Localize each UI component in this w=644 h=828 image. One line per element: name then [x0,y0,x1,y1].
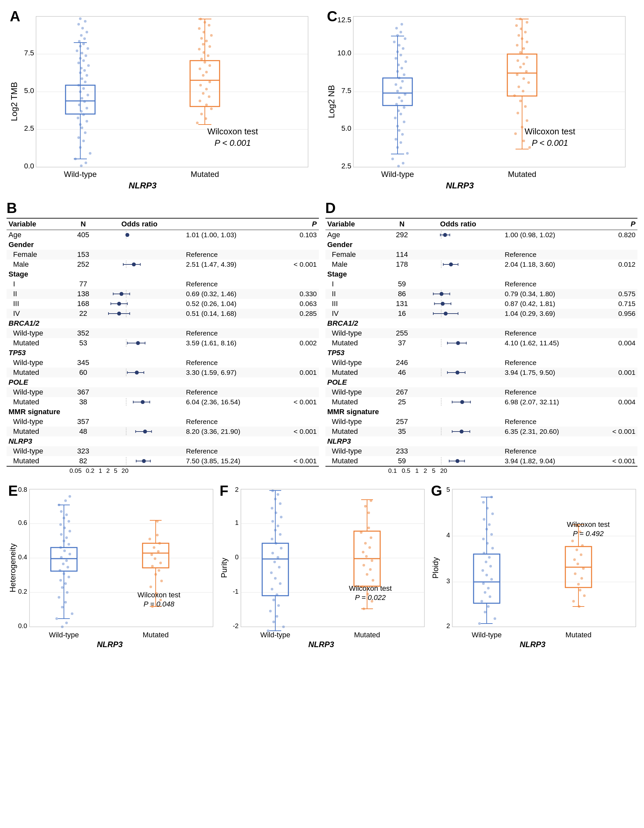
svg-point-161 [526,41,528,43]
svg-point-115 [401,133,404,136]
svg-text:Mutated: Mutated [354,631,380,639]
svg-point-186 [522,140,525,142]
svg-point-438 [364,505,367,508]
svg-point-358 [160,580,163,582]
svg-point-484 [493,617,496,620]
table-row: III1680.52 (0.26, 1.04)0.063 [6,299,319,309]
col-plot-d: Odds ratio [414,218,503,230]
svg-point-275 [456,341,460,345]
svg-point-265 [441,302,445,306]
svg-point-81 [199,84,202,86]
table-row: Mutated533.59 (1.61, 8.16)0.002 [6,338,319,348]
svg-point-27 [84,81,86,83]
svg-point-138 [399,54,402,56]
svg-point-493 [580,577,583,580]
svg-point-482 [482,501,485,503]
table-row: III1310.87 (0.42, 1.81)0.715 [325,299,638,309]
svg-point-497 [573,558,576,561]
table-row: Mutated386.04 (2.36, 16.54)< 0.001 [6,397,319,407]
svg-point-250 [443,233,447,237]
svg-point-76 [198,27,201,30]
svg-text:Ploidy: Ploidy [431,557,440,578]
svg-point-151 [397,165,400,168]
svg-text:Wilcoxon test: Wilcoxon test [525,127,575,136]
table-row: Female114Reference [325,250,638,259]
svg-point-351 [154,557,156,560]
svg-point-311 [64,582,67,585]
svg-text:Mutated: Mutated [565,631,592,639]
svg-point-459 [484,611,486,613]
svg-point-167 [526,21,528,24]
svg-point-130 [401,80,404,83]
svg-point-503 [583,594,586,597]
svg-point-141 [398,44,401,47]
panel-F: F Purity -2 -1 0 1 2 [218,481,426,651]
table-row: POLE [6,378,319,387]
svg-point-39 [76,50,79,52]
svg-point-312 [59,579,62,582]
svg-point-327 [69,530,71,532]
svg-point-395 [278,566,281,569]
svg-point-463 [484,591,486,594]
svg-point-148 [406,152,409,155]
svg-text:-2: -2 [233,622,239,629]
svg-point-13 [81,127,83,129]
panel-B: B Variable N Odds ratio P Age4051.01 (1.… [6,200,319,474]
svg-text:0.4: 0.4 [18,554,27,561]
svg-text:Wilcoxon test: Wilcoxon test [349,584,392,593]
svg-point-333 [60,510,63,513]
svg-point-77 [208,24,210,27]
svg-point-337 [71,612,74,615]
svg-text:10.0: 10.0 [337,49,351,57]
table-row: I59Reference [325,279,638,289]
svg-text:Mutated: Mutated [143,631,169,639]
svg-point-460 [487,605,490,608]
svg-point-398 [271,552,274,554]
svg-point-16 [77,117,79,119]
svg-point-74 [210,34,213,37]
panel-A: A Log2 TMB 0.0 2.5 5.0 7.5 [6,6,320,197]
svg-point-10 [82,140,85,142]
svg-point-332 [65,513,68,516]
svg-point-185 [514,132,517,135]
svg-point-385 [272,621,275,623]
svg-point-84 [208,96,210,98]
svg-point-54 [80,165,83,167]
table-row: Age2921.00 (0.98, 1.02)0.820 [325,230,638,240]
svg-point-404 [276,525,279,527]
table-row: Gender [325,240,638,250]
svg-point-260 [440,292,443,296]
svg-point-348 [158,569,160,572]
svg-point-51 [89,152,91,155]
svg-text:2.5: 2.5 [24,124,34,132]
svg-point-476 [490,533,493,536]
svg-point-468 [481,569,484,572]
svg-rect-452 [452,489,636,627]
svg-point-429 [370,536,372,539]
svg-point-65 [204,61,206,64]
svg-point-29 [86,74,88,77]
svg-point-35 [82,59,85,62]
svg-text:5: 5 [446,486,450,493]
svg-point-80 [209,81,211,83]
svg-point-473 [491,547,494,549]
svg-point-48 [77,23,80,25]
col-p: P [286,218,319,230]
svg-point-205 [132,262,136,267]
table-row: BRCA1/2 [6,318,319,328]
svg-point-471 [488,556,491,559]
svg-text:Log2 NB: Log2 NB [327,85,336,118]
table-row: Mutated603.30 (1.59, 6.97)0.001 [6,368,319,378]
table-row: Wild-type246Reference [325,358,638,368]
svg-text:Wild-type: Wild-type [64,170,97,179]
svg-text:0.8: 0.8 [18,486,27,493]
svg-point-386 [276,615,278,618]
svg-point-336 [69,495,71,498]
svg-point-83 [202,92,204,95]
svg-point-47 [81,27,84,30]
svg-text:0.6: 0.6 [18,519,27,526]
col-variable-d: Variable [325,218,390,230]
svg-point-63 [199,67,201,70]
svg-point-235 [141,400,145,404]
col-plot: Odds ratio [95,218,184,230]
